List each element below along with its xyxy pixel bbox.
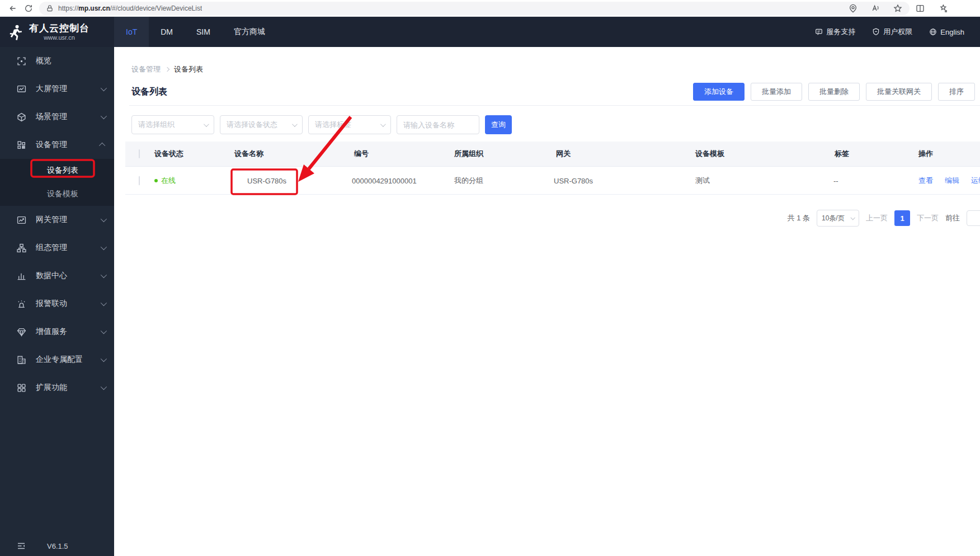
col-device-status: 设备状态	[154, 149, 183, 159]
org-select[interactable]: 请选择组织	[131, 115, 214, 134]
support-menu[interactable]: 服务支持	[815, 27, 855, 37]
bar-chart-icon	[17, 271, 26, 281]
row-checkbox[interactable]	[139, 176, 140, 185]
screen-icon	[17, 84, 26, 94]
sidebar-item-device-mgmt[interactable]: 设备管理	[0, 131, 114, 159]
split-screen-icon[interactable]	[915, 3, 925, 13]
device-name-input[interactable]	[397, 115, 479, 134]
ops-link[interactable]: 运维	[971, 176, 980, 186]
breadcrumb-parent[interactable]: 设备管理	[131, 64, 161, 74]
sidebar-item-screen-mgmt[interactable]: 大屏管理	[0, 75, 114, 103]
page-size-select[interactable]: 10条/页	[817, 210, 859, 227]
current-page-button[interactable]: 1	[894, 210, 910, 226]
gem-icon	[17, 327, 26, 337]
batch-link-gateway-button[interactable]: 批量关联网关	[866, 83, 932, 101]
col-tag: 标签	[835, 149, 849, 159]
usr-logo-icon	[7, 23, 24, 40]
tab-sim[interactable]: SIM	[185, 17, 222, 47]
device-grid-icon	[17, 140, 26, 150]
main-content: 设备管理 设备列表 设备列表 添加设备 批量添加 批量删除 批量关联网关 排序 …	[114, 47, 980, 556]
globe-icon	[929, 28, 937, 36]
sidebar-item-overview[interactable]: 概览	[0, 47, 114, 75]
col-actions: 操作	[918, 149, 933, 159]
goto-page-input[interactable]	[967, 210, 980, 226]
chevron-down-icon	[101, 85, 107, 91]
prev-page-button[interactable]: 上一页	[866, 213, 888, 223]
sidebar-item-value-services[interactable]: 增值服务	[0, 318, 114, 346]
read-aloud-icon[interactable]	[870, 3, 880, 13]
select-all-checkbox[interactable]	[139, 149, 140, 159]
device-template: 测试	[695, 176, 710, 186]
device-name: USR-G780s	[247, 176, 286, 185]
edit-link[interactable]: 编辑	[945, 176, 959, 186]
batch-add-button[interactable]: 批量添加	[751, 83, 802, 101]
browser-toolbar: https://mp.usr.cn/#/cloud/device/ViewDev…	[0, 0, 980, 17]
add-device-button[interactable]: 添加设备	[693, 83, 745, 101]
refresh-icon[interactable]	[23, 3, 34, 13]
device-serial: 0000004291000001	[352, 176, 417, 185]
tag-select[interactable]: 请选择标签	[308, 115, 391, 134]
sort-button[interactable]: 排序	[938, 83, 975, 101]
product-tabs: IoT DM SIM 官方商城	[114, 17, 277, 47]
lock-icon	[46, 4, 54, 12]
chevron-down-icon	[292, 121, 298, 127]
siren-icon	[17, 299, 26, 309]
geolocation-icon[interactable]	[848, 3, 858, 13]
tab-iot[interactable]: IoT	[114, 17, 149, 47]
address-bar[interactable]: https://mp.usr.cn/#/cloud/device/ViewDev…	[39, 2, 910, 15]
cube-icon	[17, 112, 26, 122]
sidebar-item-data-center[interactable]: 数据中心	[0, 262, 114, 290]
chevron-down-icon	[101, 244, 107, 250]
collapse-sidebar-icon[interactable]	[17, 541, 26, 550]
table-row[interactable]: 在线 USR-G780s 0000004291000001 我的分组 USR-G…	[125, 167, 980, 195]
breadcrumb-separator-icon	[165, 67, 169, 72]
goto-label: 前往	[945, 213, 960, 223]
online-dot-icon	[154, 179, 158, 182]
breadcrumb-current: 设备列表	[174, 64, 203, 74]
chevron-down-icon	[101, 113, 107, 119]
sidebar-item-enterprise-config[interactable]: 企业专属配置	[0, 346, 114, 374]
chevron-down-icon	[204, 121, 209, 127]
tab-dm[interactable]: DM	[149, 17, 185, 47]
chevron-down-icon	[101, 216, 107, 222]
device-tag: --	[833, 176, 838, 185]
device-org: 我的分组	[454, 176, 483, 186]
sidebar-item-extensions[interactable]: 扩展功能	[0, 374, 114, 402]
sidebar: 概览 大屏管理 场景管理 设备管理 设备列表 设备模板 网关管理 组态管理 数据…	[0, 47, 114, 556]
search-button[interactable]: 查询	[485, 115, 512, 134]
col-serial: 编号	[354, 149, 369, 159]
favorite-star-icon[interactable]	[893, 3, 903, 13]
status-badge: 在线	[154, 176, 176, 186]
device-status-select[interactable]: 请选择设备状态	[220, 115, 303, 134]
pagination: 共 1 条 10条/页 上一页 1 下一页 前往	[788, 209, 980, 227]
col-org: 所属组织	[454, 149, 483, 159]
device-gateway: USR-G780s	[554, 176, 593, 185]
chevron-down-icon	[101, 328, 107, 334]
breadcrumb: 设备管理 设备列表	[131, 64, 203, 74]
batch-delete-button[interactable]: 批量删除	[808, 83, 860, 101]
sidebar-item-device-template[interactable]: 设备模板	[0, 182, 114, 206]
collections-icon[interactable]	[939, 3, 949, 13]
table-header: 设备状态 设备名称 编号 所属组织 网关 设备模板 标签 操作	[125, 142, 980, 167]
language-switch[interactable]: English	[929, 28, 964, 36]
chevron-up-icon	[99, 143, 105, 149]
sidebar-item-gateway-mgmt[interactable]: 网关管理	[0, 206, 114, 234]
tab-mall[interactable]: 官方商城	[222, 17, 277, 47]
usr-logo[interactable]: 有人云控制台 www.usr.cn	[0, 17, 114, 47]
back-icon[interactable]	[8, 3, 18, 13]
next-page-button[interactable]: 下一页	[917, 213, 939, 223]
app-title: 有人云控制台	[29, 23, 89, 34]
app-subtitle: www.usr.cn	[29, 34, 89, 41]
view-link[interactable]: 查看	[918, 176, 933, 186]
top-navbar: 有人云控制台 www.usr.cn IoT DM SIM 官方商城 服务支持 用…	[0, 17, 980, 47]
sidebar-item-device-list[interactable]: 设备列表	[0, 159, 114, 182]
col-device-template: 设备模板	[695, 149, 724, 159]
sidebar-item-scene-mgmt[interactable]: 场景管理	[0, 103, 114, 131]
permissions-menu[interactable]: 用户权限	[872, 27, 912, 37]
sidebar-item-scada-mgmt[interactable]: 组态管理	[0, 234, 114, 262]
apps-grid-icon	[17, 383, 26, 393]
page-title: 设备列表	[131, 86, 167, 98]
url-text: https://mp.usr.cn/#/cloud/device/ViewDev…	[58, 4, 202, 12]
sidebar-item-alarm-linkage[interactable]: 报警联动	[0, 290, 114, 318]
topology-icon	[17, 243, 26, 253]
